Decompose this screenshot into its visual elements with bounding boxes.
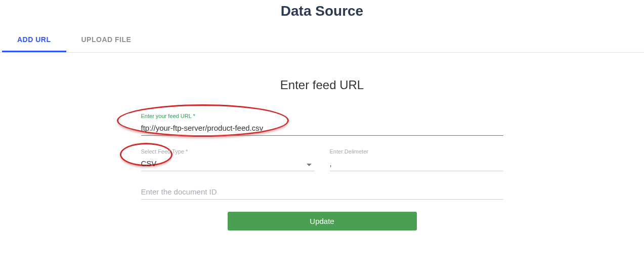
update-button[interactable]: Update	[228, 212, 417, 230]
feed-type-value: CSV	[141, 159, 157, 168]
document-id-field	[141, 185, 503, 200]
tabs: ADD URL UPLOAD FILE	[0, 28, 644, 53]
delimiter-label: Enter Delimeter	[330, 148, 503, 155]
feed-url-label: Enter your feed URL *	[141, 112, 503, 120]
feed-type-field: Select Feed Type * CSV	[141, 148, 315, 171]
form: Enter your feed URL * Select Feed Type *…	[141, 112, 503, 230]
feed-type-select[interactable]: CSV	[141, 157, 315, 171]
tab-add-url[interactable]: ADD URL	[2, 28, 66, 52]
page-title: Data Source	[0, 0, 644, 28]
delimiter-input[interactable]	[330, 157, 503, 171]
chevron-down-icon	[307, 164, 312, 166]
feed-type-label: Select Feed Type *	[141, 148, 315, 155]
section-title: Enter feed URL	[0, 78, 644, 92]
delimiter-field: Enter Delimeter	[330, 148, 503, 171]
feed-url-field: Enter your feed URL *	[141, 112, 503, 136]
tab-upload-file[interactable]: UPLOAD FILE	[66, 28, 147, 52]
feed-url-input[interactable]	[141, 122, 503, 136]
document-id-input[interactable]	[141, 185, 503, 200]
